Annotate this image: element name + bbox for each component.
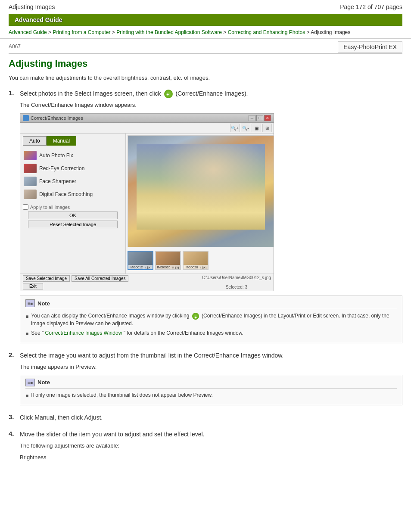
page-title: Adjusting Images: [9, 53, 402, 69]
face-smoothing-item[interactable]: Digital Face Smoothing: [23, 188, 123, 201]
window-title: Correct/Enhance Images: [31, 115, 83, 121]
red-eye-item[interactable]: Red-Eye Correction: [23, 162, 123, 175]
note-1-item2-text: See ": [31, 330, 44, 336]
content-area: A067 Easy-PhotoPrint EX Adjusting Images…: [0, 39, 411, 474]
window-titlebar: Correct/Enhance Images ─ □ ✕: [20, 114, 274, 123]
note-1-header: ≡■ Note: [25, 299, 397, 309]
step-2-number: 2.: [9, 351, 17, 358]
step-3: 3. Click Manual, then click Adjust.: [9, 413, 402, 422]
step-1-header: 1. Select photos in the Select Images sc…: [9, 89, 402, 98]
face-sharpener-label: Face Sharpener: [39, 178, 76, 184]
zoom-in-icon[interactable]: 🔍+: [230, 124, 240, 132]
thumb-3-label: IMG0028_s.jpg: [184, 265, 208, 270]
note-2-header: ≡■ Note: [25, 379, 397, 389]
minimize-button[interactable]: ─: [249, 115, 255, 121]
window-toolbar: 🔍+ 🔍- ▣ ⊞: [20, 123, 274, 134]
selected-count: Selected: 3: [226, 285, 247, 289]
note-2-title: Note: [37, 379, 50, 386]
doc-id: A067: [9, 44, 21, 50]
reset-button[interactable]: Reset Selected Image: [28, 221, 118, 228]
note-correct-icon: [192, 313, 199, 320]
titlebar-left: Correct/Enhance Images: [23, 115, 83, 121]
auto-button[interactable]: Auto: [23, 136, 47, 146]
maximize-button[interactable]: □: [256, 115, 263, 121]
note-1-item-1: ■ You can also display the Correct/Enhan…: [25, 312, 397, 327]
step-4-sub2: Brightness: [20, 453, 402, 462]
page-header: Adjusting Images Page 172 of 707 pages: [0, 0, 411, 12]
step-4-number: 4.: [9, 430, 17, 437]
thumb-1-label: IMG0012_s.jpg: [128, 265, 153, 270]
page-header-title: Adjusting Images: [9, 3, 55, 10]
note-icon-2: ≡■: [25, 379, 35, 386]
note-2-item-1: ■ If only one image is selected, the thu…: [25, 391, 397, 400]
grid-icon[interactable]: ⊞: [262, 124, 272, 132]
exit-button[interactable]: Exit: [23, 283, 43, 289]
correct-enhance-link[interactable]: Correct/Enhance Images Window: [45, 330, 122, 336]
note-box-1: ≡■ Note ■ You can also display the Corre…: [20, 296, 402, 343]
step-4-text: Move the slider of the item you want to …: [20, 430, 205, 439]
doc-id-row: A067 Easy-PhotoPrint EX: [9, 43, 402, 50]
red-eye-label: Red-Eye Correction: [39, 165, 84, 171]
window-body: Auto Manual Auto Photo Fix Red-Eye Corre…: [20, 134, 274, 274]
apply-all-row: Apply to all images: [23, 204, 123, 210]
face-sharpener-item[interactable]: Face Sharpener: [23, 175, 123, 188]
breadcrumb-advanced-guide[interactable]: Advanced Guide: [9, 29, 47, 35]
page-pagination: Page 172 of 707 pages: [340, 3, 402, 10]
left-panel: Auto Manual Auto Photo Fix Red-Eye Corre…: [20, 134, 126, 274]
step-2-sub: The image appears in Preview.: [20, 363, 402, 371]
note-1-item2-text2: " for details on the Correct/Enhance Ima…: [124, 330, 243, 336]
thumbnail-3[interactable]: IMG0028_s.jpg: [183, 251, 209, 270]
face-smoothing-icon: [24, 190, 37, 199]
breadcrumb-bundled-software[interactable]: Printing with the Bundled Application So…: [116, 29, 222, 35]
titlebar-controls: ─ □ ✕: [249, 115, 271, 121]
red-eye-icon: [24, 164, 37, 173]
step-4-sub: The following adjustments are available:: [20, 442, 402, 450]
ok-button[interactable]: OK: [28, 212, 118, 219]
manual-button[interactable]: Manual: [47, 136, 76, 146]
thumbnail-strip: IMG0012_s.jpg IMG0035_s.jpg IMG0028_s.jp…: [128, 249, 274, 272]
note-box-2: ≡■ Note ■ If only one image is selected,…: [20, 375, 402, 405]
preview-image: [128, 135, 274, 247]
thumbnail-1[interactable]: IMG0012_s.jpg: [128, 251, 153, 270]
save-buttons: Save Selected Image Save All Corrected I…: [23, 275, 128, 282]
close-button[interactable]: ✕: [264, 115, 271, 121]
breadcrumb-correcting[interactable]: Correcting and Enhancing Photos: [228, 29, 305, 35]
green-banner: Advanced Guide: [9, 14, 402, 26]
breadcrumb-printing-from[interactable]: Printing from a Computer: [53, 29, 110, 35]
bottom-right: C:\Users\UserName\IMG0012_s.jpg Selected…: [202, 275, 271, 289]
auto-photo-fix-item[interactable]: Auto Photo Fix: [23, 149, 123, 162]
note-1-title: Note: [37, 300, 50, 307]
breadcrumb: Advanced Guide > Printing from a Compute…: [0, 26, 411, 39]
auto-manual-buttons: Auto Manual: [23, 136, 123, 146]
app-badge: Easy-PhotoPrint EX: [338, 41, 402, 53]
save-selected-button[interactable]: Save Selected Image: [23, 275, 70, 282]
step-4: 4. Move the slider of the item you want …: [9, 430, 402, 462]
note-icon-1: ≡■: [25, 299, 35, 307]
note-2-text: If only one image is selected, the thumb…: [31, 391, 213, 400]
fit-icon[interactable]: ▣: [252, 124, 261, 132]
step-2-text: Select the image you want to adjust from…: [20, 351, 283, 360]
correct-enhance-window: Correct/Enhance Images ─ □ ✕ 🔍+ 🔍- ▣ ⊞: [20, 113, 274, 291]
thumbnail-2[interactable]: IMG0035_s.jpg: [155, 251, 181, 270]
apply-all-checkbox[interactable]: [23, 204, 28, 210]
apply-all-label: Apply to all images: [30, 205, 70, 210]
step-1-sub: The Correct/Enhance Images window appear…: [20, 101, 402, 109]
step-2: 2. Select the image you want to adjust f…: [9, 351, 402, 405]
step-2-header: 2. Select the image you want to adjust f…: [9, 351, 402, 360]
window-icon: [23, 115, 29, 121]
save-all-button[interactable]: Save All Corrected Images: [72, 275, 128, 282]
intro-text: You can make fine adjustments to the ove…: [9, 74, 402, 82]
note-1-item-2: ■ See " Correct/Enhance Images Window " …: [25, 329, 397, 338]
bottom-left: Save Selected Image Save All Corrected I…: [23, 275, 128, 289]
thumb-2-label: IMG0035_s.jpg: [156, 265, 180, 270]
step-1: 1. Select photos in the Select Images sc…: [9, 89, 402, 344]
correct-enhance-icon: [164, 90, 173, 98]
step-1-text: Select photos in the Select Images scree…: [20, 89, 248, 98]
auto-photo-fix-label: Auto Photo Fix: [39, 152, 73, 159]
note-1-text-1: You can also display the Correct/Enhance…: [31, 313, 189, 319]
zoom-out-icon[interactable]: 🔍-: [241, 124, 250, 132]
step-4-header: 4. Move the slider of the item you want …: [9, 430, 402, 439]
banner-label: Advanced Guide: [15, 16, 62, 23]
filepath: C:\Users\UserName\IMG0012_s.jpg: [202, 275, 271, 280]
step-3-number: 3.: [9, 413, 17, 420]
